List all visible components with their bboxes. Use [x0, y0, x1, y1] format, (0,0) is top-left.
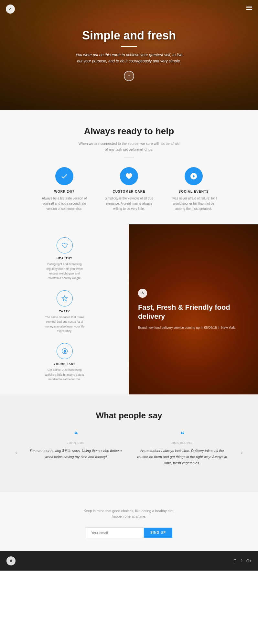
fast-icon-circle [57, 343, 73, 359]
feature-tasty: TASTY The same diseases that make you fe… [10, 290, 119, 334]
work-desc: Always be a first rate version of yourse… [38, 196, 90, 211]
feature-social: SOCIAL EVENTS I was never afraid of fail… [168, 167, 220, 211]
split-section: HEALTHY Eating right and exercising regu… [0, 224, 258, 394]
quote-icon-1: ❝ [29, 430, 123, 439]
signup-button[interactable]: SING UP [144, 528, 172, 538]
testimonials-section: What people say ‹ ❝ JOHN DOE I'm a mothe… [0, 394, 258, 492]
tasty-desc: The same diseases that make you feel bad… [44, 315, 86, 334]
work-title: WORK 24/7 [38, 190, 90, 193]
testimonial-card-1: ❝ JOHN DOE I'm a mother having 3 little … [26, 430, 126, 460]
footer-logo: Δ [6, 556, 16, 565]
care-icon-circle [120, 167, 138, 185]
hero-title: Simple and fresh [74, 29, 184, 42]
signup-form: SING UP [6, 527, 252, 538]
signup-description: Keep in mind that good choices, like eat… [81, 508, 177, 520]
split-right-logo: Δ [138, 289, 147, 298]
testimonial-name-1: JOHN DOE [29, 441, 123, 445]
healthy-title: HEALTHY [57, 257, 72, 260]
googleplus-link[interactable]: G+ [246, 559, 252, 563]
features-row: WORK 24/7 Always be a first rate version… [6, 167, 252, 211]
testimonial-text-1: I'm a mother having 3 little sons. Using… [29, 448, 123, 460]
fast-title: YOURS FAST [54, 362, 76, 366]
hamburger-menu[interactable] [246, 6, 252, 10]
split-right-description: Brand new food delivery service coming u… [138, 325, 249, 330]
testimonials-row: ‹ ❝ JOHN DOE I'm a mother having 3 littl… [6, 430, 252, 466]
email-input[interactable] [86, 527, 144, 538]
fast-desc: Get active. Just increasing activity a l… [44, 368, 86, 381]
header-logo[interactable]: Δ [6, 5, 15, 14]
hero-section: Δ Simple and fresh You were put on this … [0, 0, 258, 110]
feature-work: WORK 24/7 Always be a first rate version… [38, 167, 90, 211]
work-icon-circle [55, 167, 73, 185]
hero-subtitle: You were put on this earth to achieve yo… [74, 52, 184, 64]
hero-divider [121, 46, 137, 47]
ready-section: Always ready to help When we are connect… [0, 110, 258, 224]
hero-content: Simple and fresh You were put on this ea… [61, 29, 197, 81]
social-title: SOCIAL EVENTS [168, 190, 220, 193]
feature-fast: YOURS FAST Get active. Just increasing a… [10, 343, 119, 381]
care-title: CUSTOMER CARE [103, 190, 155, 193]
healthy-desc: Eating right and exercising regularly ca… [44, 262, 86, 281]
testimonial-text-2: As a student I always lack time. Deliver… [135, 448, 229, 466]
split-right: Δ Fast, Fresh & Friendly food delivery B… [129, 224, 258, 394]
quote-icon-2: ❝ [135, 430, 229, 439]
testimonial-card-2: ❝ DIMA BLOVER As a student I always lack… [132, 430, 232, 466]
tasty-icon-circle [57, 290, 73, 306]
signup-section: Keep in mind that good choices, like eat… [0, 492, 258, 551]
split-left: HEALTHY Eating right and exercising regu… [0, 224, 129, 394]
testimonials-title: What people say [6, 411, 252, 421]
ready-title: Always ready to help [6, 126, 252, 136]
ready-description: When we are connected to the source, we … [77, 141, 181, 152]
social-desc: I was never afraid of failure; for I wou… [168, 196, 220, 211]
healthy-icon-circle [57, 237, 73, 253]
footer-social: T f G+ [234, 559, 252, 563]
feature-healthy: HEALTHY Eating right and exercising regu… [10, 237, 119, 281]
split-right-title: Fast, Fresh & Friendly food delivery [138, 303, 249, 321]
testimonial-prev-button[interactable]: ‹ [13, 430, 19, 456]
tasty-title: TASTY [59, 310, 70, 313]
twitter-link[interactable]: T [234, 559, 236, 563]
footer: Δ T f G+ [0, 551, 258, 571]
facebook-link[interactable]: f [241, 559, 242, 563]
scroll-down-button[interactable] [124, 71, 134, 81]
care-desc: Simplicity is the keynote of all true el… [103, 196, 155, 211]
social-icon-circle [185, 167, 203, 185]
testimonial-next-button[interactable]: › [239, 430, 245, 456]
testimonial-name-2: DIMA BLOVER [135, 441, 229, 445]
feature-care: CUSTOMER CARE Simplicity is the keynote … [103, 167, 155, 211]
ready-divider [124, 157, 134, 157]
split-right-content: Δ Fast, Fresh & Friendly food delivery B… [138, 289, 249, 330]
